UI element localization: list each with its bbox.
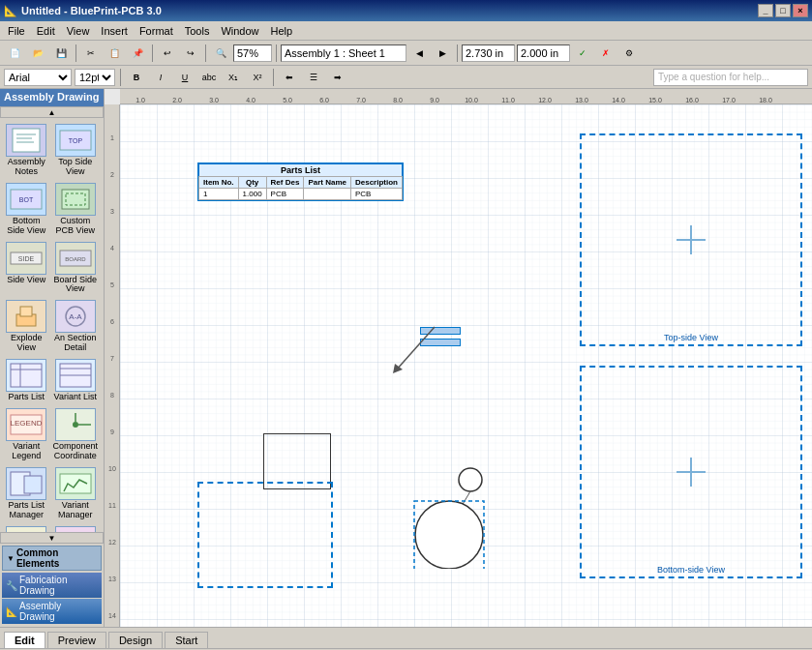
- common-elements-section[interactable]: ▼ Common Elements: [2, 546, 102, 571]
- panel-variant-mgr[interactable]: Variant Manager: [50, 465, 100, 522]
- svg-point-48: [415, 501, 483, 569]
- sheet-next[interactable]: ▶: [432, 44, 453, 63]
- bottom-tabs: Edit Preview Design Start: [0, 627, 812, 648]
- menu-help[interactable]: Help: [265, 23, 299, 39]
- panel-variant-list[interactable]: Variant List: [50, 357, 100, 404]
- open-button[interactable]: 📂: [27, 44, 48, 63]
- parts-list-title: Parts List: [198, 163, 403, 176]
- menu-tools[interactable]: Tools: [179, 23, 216, 39]
- panel-custom-pcb-view[interactable]: Custom PCB View: [50, 181, 100, 238]
- ruler-top: 1.0 2.0 3.0 4.0 5.0 6.0 7.0 8.0 9.0 10.0…: [120, 89, 812, 104]
- assembly-notes-icon: [6, 124, 46, 157]
- bottom-side-view-icon: BOT: [6, 183, 46, 216]
- parts-list-table: Parts List Item No. Qty Ref Des Part Nam…: [197, 162, 404, 201]
- undo-button[interactable]: ↩: [157, 44, 178, 63]
- panel-assembly-notes[interactable]: Assembly Notes: [4, 122, 48, 179]
- tab-preview[interactable]: Preview: [47, 632, 106, 648]
- panel-component-coord[interactable]: Component Coordinate: [50, 406, 100, 463]
- panel-parts-list[interactable]: Parts List: [4, 357, 48, 404]
- menu-insert[interactable]: Insert: [95, 23, 134, 39]
- paste-button[interactable]: 📌: [127, 44, 148, 63]
- italic-button[interactable]: I: [150, 68, 171, 87]
- drawing-area[interactable]: Parts List Item No. Qty Ref Des Part Nam…: [120, 104, 812, 627]
- panel-section-detail[interactable]: A-A An Section Detail: [50, 298, 100, 355]
- panel-bottom-side-view[interactable]: BOT Bottom Side View: [4, 181, 48, 238]
- cancel-coord-button[interactable]: ✗: [595, 44, 617, 63]
- underline-button[interactable]: U: [174, 68, 195, 87]
- sep3: [205, 44, 206, 62]
- redo-button[interactable]: ↪: [180, 44, 201, 63]
- panel-side-view[interactable]: SIDE Side View: [4, 240, 48, 297]
- cut-button[interactable]: ✂: [80, 44, 102, 63]
- board-side-view-label: Board Side View: [52, 276, 98, 295]
- menu-view[interactable]: View: [61, 23, 96, 39]
- svg-point-26: [73, 422, 78, 428]
- sep2: [152, 44, 153, 62]
- confirm-button[interactable]: ✓: [572, 44, 593, 63]
- font-size-select[interactable]: 12pt: [75, 69, 115, 86]
- settings-button[interactable]: ⚙: [618, 44, 640, 63]
- superscript-button[interactable]: X²: [247, 68, 268, 87]
- sheet-prev[interactable]: ◀: [408, 44, 430, 63]
- bold-button[interactable]: B: [126, 68, 147, 87]
- panel-scroll-down[interactable]: ▼: [0, 532, 104, 544]
- new-button[interactable]: 📄: [4, 44, 25, 63]
- panel-variant-legend[interactable]: LEGEND Variant Legend: [4, 406, 48, 463]
- bottom-side-view-box: Bottom-side View: [580, 366, 802, 578]
- menu-format[interactable]: Format: [134, 23, 179, 39]
- panel-scroll-up[interactable]: ▲: [0, 106, 104, 118]
- save-button[interactable]: 💾: [50, 44, 72, 63]
- zoom-in-button[interactable]: 🔍: [210, 44, 231, 63]
- subscript-button[interactable]: X₁: [223, 68, 244, 87]
- maximize-button[interactable]: □: [775, 4, 791, 17]
- section-detail-label: An Section Detail: [52, 334, 98, 353]
- coord-y-input[interactable]: [517, 44, 570, 62]
- abc-button[interactable]: abc: [198, 68, 220, 87]
- minimize-button[interactable]: _: [758, 4, 773, 17]
- svg-text:BOARD: BOARD: [65, 256, 86, 262]
- variant-legend-label: Variant Legend: [6, 442, 46, 461]
- component-coord-icon: [55, 408, 96, 441]
- variant-list-icon: [55, 359, 96, 392]
- panel-board-side-view[interactable]: BOARD Board Side View: [50, 240, 100, 297]
- tab-start[interactable]: Start: [165, 632, 208, 648]
- tab-edit[interactable]: Edit: [4, 632, 45, 648]
- fabrication-drawing-item[interactable]: 🔧 Fabrication Drawing: [2, 573, 102, 598]
- col-part-name: Part Name: [304, 177, 351, 189]
- sep5: [457, 44, 458, 62]
- col-ref-des: Ref Des: [266, 177, 304, 189]
- menu-window[interactable]: Window: [215, 23, 264, 39]
- panel-explode-view[interactable]: Explode View: [4, 298, 48, 355]
- app-icon: 📐: [4, 5, 17, 17]
- sep-fmt1: [120, 69, 121, 86]
- panel-top-side-view[interactable]: TOP Top Side View: [50, 122, 100, 179]
- canvas-area[interactable]: 1.0 2.0 3.0 4.0 5.0 6.0 7.0 8.0 9.0 10.0…: [105, 89, 812, 627]
- align-left-button[interactable]: ⬅: [279, 68, 300, 87]
- assembly-drawing-item[interactable]: 📐 Assembly Drawing: [2, 599, 102, 624]
- align-center-button[interactable]: ☰: [303, 68, 324, 87]
- cell-description: PCB: [350, 189, 402, 200]
- menu-edit[interactable]: Edit: [31, 23, 61, 39]
- sep1: [75, 44, 76, 62]
- panel-parts-list-mgr[interactable]: Parts List Manager: [4, 465, 48, 522]
- help-input-box[interactable]: Type a question for help...: [653, 69, 808, 86]
- top-side-view-box: Top-side View: [580, 133, 802, 346]
- coord-x-input[interactable]: [462, 44, 515, 62]
- toolbar-1: 📄 📂 💾 ✂ 📋 📌 ↩ ↪ 🔍 ◀ ▶ ✓ ✗ ⚙: [0, 41, 812, 66]
- align-right-button[interactable]: ➡: [327, 68, 348, 87]
- table-row: 1 1.000 PCB PCB: [199, 189, 403, 200]
- sheet-info-input[interactable]: [281, 44, 406, 62]
- panel-load-parts-variant[interactable]: Load Parts List as Variant: [50, 524, 100, 532]
- ruler-left: 1 2 3 4 5 6 7 8 9 10 11 12 13 14 15 16: [105, 104, 120, 627]
- copy-button[interactable]: 📋: [104, 44, 125, 63]
- bottom-side-crosshair: [677, 458, 706, 487]
- tab-design[interactable]: Design: [108, 632, 163, 648]
- assembly-label: Assembly Drawing: [19, 601, 98, 622]
- panel-load-parts[interactable]: Load Parts List: [4, 524, 48, 532]
- zoom-input[interactable]: [233, 44, 272, 62]
- font-family-select[interactable]: Arial: [4, 69, 72, 86]
- board-side-view-icon: BOARD: [55, 242, 96, 275]
- close-button[interactable]: ×: [793, 4, 808, 17]
- cell-item-no: 1: [199, 189, 239, 200]
- menu-file[interactable]: File: [2, 23, 31, 39]
